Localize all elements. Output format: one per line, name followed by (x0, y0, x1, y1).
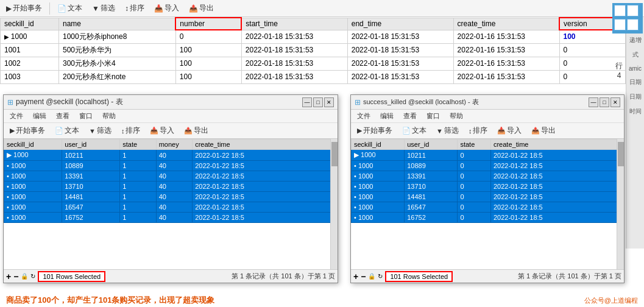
payment-menu-window[interactable]: 窗口 (77, 111, 95, 121)
sk-menu-file[interactable]: 文件 (355, 111, 373, 121)
payment-table-row[interactable]: • 1000167521402022-01-22 18:5 (4, 213, 338, 223)
sk-maximize-btn[interactable]: □ (600, 97, 609, 107)
success-killed-table-icon: ⊞ (355, 98, 361, 107)
payment-menu-help[interactable]: 帮助 (100, 111, 118, 121)
sk-menu-help[interactable]: 帮助 (447, 111, 465, 121)
sk-table-row[interactable]: ▶ 10001021102022-01-22 18:5 (352, 150, 624, 161)
success-killed-title-left: ⊞ success_killed @seckill (localhost) - … (355, 97, 479, 107)
sk-add-btn[interactable]: + (353, 272, 358, 281)
payment-text[interactable]: 📄 文本 (51, 124, 83, 137)
payment-window-toolbar: ▶ 开始事务 📄 文本 ▼ 筛选 ↕ 排序 📥 导入 📤 导出 (4, 123, 338, 139)
import-icon: 📥 (154, 4, 163, 13)
sk-filter[interactable]: ▼ 筛选 (433, 124, 462, 137)
sk-scrollbar[interactable] (617, 139, 624, 273)
sk-rows-selected: 101 Rows Selected (385, 271, 453, 282)
payment-table-cell: 2022-01-22 18:5 (193, 182, 338, 192)
sk-table-row[interactable]: • 10001654702022-01-22 18:5 (352, 202, 624, 213)
sort-btn[interactable]: ↕ 排序 (121, 2, 148, 15)
import-btn[interactable]: 📥 导入 (150, 2, 183, 15)
sk-close-btn[interactable]: ✕ (610, 97, 620, 107)
payment-table-cell: 13710 (62, 182, 120, 192)
close-btn[interactable]: ✕ (324, 97, 334, 107)
main-table-row[interactable]: 1003200元秒杀红米note1002022-01-18 15:31:5320… (1, 70, 626, 83)
export-btn[interactable]: 📤 导出 (185, 2, 218, 15)
payment-window-controls[interactable]: — □ ✕ (302, 97, 334, 107)
sk-begin-transaction[interactable]: ▶ 开始事务 (353, 124, 396, 137)
payment-table-row[interactable]: • 1000144811402022-01-22 18:5 (4, 192, 338, 202)
filter-btn[interactable]: ▼ 筛选 (88, 2, 119, 15)
sk-minimize-btn[interactable]: — (589, 97, 598, 107)
sk-scrollbar-thumb[interactable] (618, 142, 624, 166)
payment-status-bar: + − 🔒 ↻ 101 Rows Selected 第 1 条记录（共 101 … (4, 269, 338, 283)
payment-table-cell: 40 (156, 192, 192, 202)
sk-export[interactable]: 📤 导出 (528, 124, 559, 137)
success-killed-controls[interactable]: — □ ✕ (589, 97, 620, 107)
payment-table-cell: • 1000 (4, 161, 62, 171)
payment-table-cell: 1 (120, 192, 156, 202)
minimize-btn[interactable]: — (302, 97, 312, 107)
sk-table-cell: 0 (458, 192, 491, 202)
payment-table-cell: 2022-01-22 18:5 (193, 150, 338, 161)
sk-table-row[interactable]: • 10001448102022-01-22 18:5 (352, 192, 624, 202)
row-label: 行 (615, 61, 623, 71)
sk-table-cell: 0 (458, 171, 491, 182)
success-killed-title: success_killed @seckill (localhost) - 表 (363, 97, 479, 107)
payment-add-btn[interactable]: + (6, 272, 11, 281)
sk-sort[interactable]: ↕ 排序 (465, 124, 492, 137)
payment-scrollbar-thumb[interactable] (331, 142, 338, 166)
payment-table-row[interactable]: • 1000137101402022-01-22 18:5 (4, 182, 338, 192)
sk-delete-btn[interactable]: − (361, 272, 366, 281)
payment-table-row[interactable]: ▶ 1000102111402022-01-22 18:5 (4, 150, 338, 161)
transaction-icon: ▶ (6, 4, 12, 13)
sk-table-row[interactable]: • 10001371002022-01-22 18:5 (352, 182, 624, 192)
sk-menu-edit[interactable]: 编辑 (378, 111, 396, 121)
payment-table-row[interactable]: • 1000165471402022-01-22 18:5 (4, 202, 338, 213)
payment-delete-btn[interactable]: − (13, 272, 18, 281)
payment-menubar: 文件 编辑 查看 窗口 帮助 (4, 110, 338, 123)
sk-menu-window[interactable]: 窗口 (424, 111, 442, 121)
main-table-row[interactable]: 1002300元秒杀小米41002022-01-18 15:31:532022-… (1, 57, 626, 70)
payment-window-title-left: ⊞ payment @seckill (localhost) - 表 (7, 97, 123, 107)
sk-refresh-btn[interactable]: ↻ (378, 273, 383, 280)
payment-window-title: payment @seckill (localhost) - 表 (16, 97, 123, 107)
col-number: number (175, 18, 241, 30)
sk-menu-view[interactable]: 查看 (401, 111, 419, 121)
begin-transaction-btn[interactable]: ▶ 开始事务 (2, 2, 46, 15)
sort-label: 排序 (130, 3, 144, 13)
main-table-cell: 2022-01-18 15:31:53 (241, 57, 347, 70)
payment-menu-file[interactable]: 文件 (7, 111, 26, 121)
payment-sort[interactable]: ↕ 排序 (118, 124, 144, 137)
import-label: 导入 (165, 3, 179, 13)
success-killed-titlebar: ⊞ success_killed @seckill (localhost) - … (351, 95, 624, 110)
payment-table-cell: 1 (120, 213, 156, 223)
payment-begin-transaction[interactable]: ▶ 开始事务 (6, 124, 49, 137)
sk-import[interactable]: 📥 导入 (494, 124, 525, 137)
sk-text[interactable]: 📄 文本 (398, 124, 430, 137)
sk-table-row[interactable]: • 10001675202022-01-22 18:5 (352, 213, 624, 223)
sk-table-row[interactable]: • 10001339102022-01-22 18:5 (352, 171, 624, 182)
text-btn[interactable]: 📄 文本 (54, 2, 86, 15)
sk-table-cell: 14481 (405, 192, 458, 202)
payment-menu-view[interactable]: 查看 (54, 111, 72, 121)
maximize-btn[interactable]: □ (313, 97, 323, 107)
payment-table-row[interactable]: • 1000133911402022-01-22 18:5 (4, 171, 338, 182)
payment-refresh-btn[interactable]: ↻ (30, 273, 35, 280)
payment-table-cell: 40 (156, 161, 192, 171)
main-table-row[interactable]: ▶ 10001000元秒杀iphone802022-01-18 15:31:53… (1, 30, 626, 43)
payment-table-cell: 16752 (62, 213, 120, 223)
sk-table-cell: • 1000 (352, 182, 405, 192)
payment-menu-edit[interactable]: 编辑 (30, 111, 49, 121)
sk-table-cell: • 1000 (352, 161, 405, 171)
payment-filter[interactable]: ▼ 筛选 (85, 124, 115, 137)
payment-scrollbar[interactable] (330, 139, 338, 273)
payment-import[interactable]: 📥 导入 (146, 124, 178, 137)
main-table-row[interactable]: 1001500元秒杀华为1002022-01-18 15:31:532022-0… (1, 43, 626, 57)
text-icon: 📄 (57, 4, 66, 13)
sort-icon: ↕ (125, 4, 129, 13)
right-panel: DB 递增 式 amic 日期 日期 时间 (626, 17, 644, 249)
sk-table-row[interactable]: • 10001088902022-01-22 18:5 (352, 161, 624, 171)
payment-table-row[interactable]: • 1000108891402022-01-22 18:5 (4, 161, 338, 171)
payment-table-cell: 10211 (62, 150, 120, 161)
payment-export[interactable]: 📤 导出 (180, 124, 212, 137)
success-killed-menubar: 文件 编辑 查看 窗口 帮助 (351, 110, 624, 123)
